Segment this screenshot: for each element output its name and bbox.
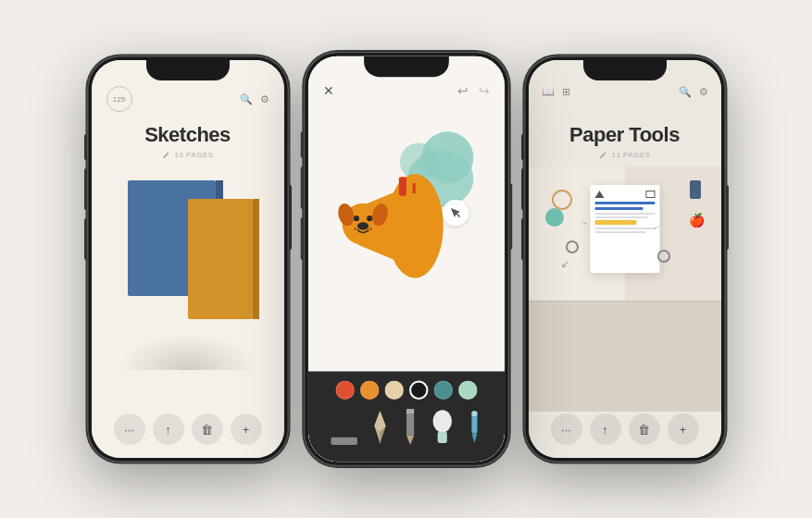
search-icon[interactable]: 🔍 — [679, 86, 692, 98]
svg-point-16 — [432, 410, 451, 432]
phone-2-notch — [364, 56, 449, 77]
color-black[interactable] — [409, 381, 428, 400]
color-red[interactable] — [335, 381, 354, 400]
svg-marker-19 — [471, 434, 477, 443]
color-cream[interactable] — [384, 381, 403, 400]
chalk-tool[interactable] — [331, 438, 357, 445]
add-button[interactable]: + — [231, 413, 262, 445]
books-shadow — [119, 333, 257, 370]
share-button-3[interactable]: ↑ — [590, 413, 621, 445]
doc-line-5 — [594, 228, 655, 229]
doc-yellow-bar — [594, 220, 637, 225]
delete-button-3[interactable]: 🗑 — [629, 413, 660, 445]
pt-document — [590, 185, 659, 273]
phone-3: 📖 ⊞ 🔍 ⚙ Paper Tools 11 PAGES — [524, 56, 726, 462]
floor — [529, 301, 721, 412]
share-icon: ↑ — [165, 423, 171, 437]
plus-icon: + — [243, 423, 250, 437]
pt-illustration: 🍎 → ← ↙ — [529, 166, 721, 412]
redo-icon[interactable]: ↪ — [478, 82, 489, 97]
phone-2-top-bar: ✕ ↩ ↪ — [307, 82, 504, 97]
doc-header-shapes — [594, 191, 655, 198]
marker-tool[interactable] — [467, 409, 481, 445]
page-count: 11 PAGES — [611, 151, 650, 159]
phone-3-header: 📖 ⊞ 🔍 ⚙ — [529, 86, 721, 98]
svg-rect-1 — [398, 177, 406, 195]
bottom-toolbar: ··· ↑ 🗑 + — [92, 413, 284, 445]
phone-1-header: 125 🔍 ⚙ — [92, 86, 284, 112]
phone-1-notch — [146, 60, 230, 80]
circle-deco-2 — [566, 240, 579, 253]
sliders-icon[interactable]: ⚙ — [699, 86, 708, 98]
screen-title: Sketches — [92, 123, 284, 147]
doc-line-6 — [594, 231, 645, 233]
doc-line-3 — [594, 213, 655, 215]
more-icon-3: ··· — [561, 423, 571, 437]
filter-icon[interactable]: ⚙ — [260, 93, 269, 105]
eraser-icon — [431, 407, 453, 445]
share-icon-3: ↑ — [602, 423, 608, 437]
megaphone-illustration — [325, 151, 457, 302]
tool-icons-row — [316, 407, 497, 445]
subtitle-row: 11 PAGES — [529, 150, 721, 159]
color-teal[interactable] — [433, 381, 452, 400]
pencil-icon — [161, 150, 170, 159]
trash-icon-3: 🗑 — [638, 423, 650, 437]
more-icon: ··· — [124, 423, 134, 437]
phone-3-title-area: Paper Tools 11 PAGES — [529, 123, 721, 159]
phones-container: 125 🔍 ⚙ Sketches 10 PAGES — [69, 37, 744, 481]
doc-line-4 — [594, 216, 649, 218]
notification-badge[interactable]: 125 — [106, 86, 132, 112]
screen-title: Paper Tools — [529, 123, 721, 147]
more-button[interactable]: ··· — [114, 413, 145, 445]
color-orange[interactable] — [360, 381, 379, 400]
arrow-3: ↙ — [561, 259, 568, 269]
delete-button[interactable]: 🗑 — [192, 413, 223, 445]
phone-1: 125 🔍 ⚙ Sketches 10 PAGES — [87, 56, 289, 462]
phone-3-screen: 📖 ⊞ 🔍 ⚙ Paper Tools 11 PAGES — [529, 60, 721, 458]
phone-3-left-icons: 📖 ⊞ — [542, 86, 570, 98]
teal-circle-obj — [545, 208, 564, 227]
page-count: 10 PAGES — [174, 151, 213, 159]
circle-deco-1 — [552, 190, 572, 210]
phone-1-screen: 125 🔍 ⚙ Sketches 10 PAGES — [92, 60, 284, 458]
phone-2-screen: ✕ ↩ ↪ — [307, 56, 504, 462]
book-icon[interactable]: 📖 — [542, 86, 555, 98]
trash-icon: 🗑 — [201, 423, 213, 437]
books-illustration — [119, 171, 257, 375]
screen-subtitle: 10 PAGES — [92, 150, 284, 159]
add-button-3[interactable]: + — [668, 413, 699, 445]
color-mint[interactable] — [458, 381, 477, 400]
share-button[interactable]: ↑ — [153, 413, 184, 445]
rect-shape — [645, 191, 655, 198]
plus-icon-3: + — [680, 423, 687, 437]
screen-title-area: Sketches 10 PAGES — [92, 123, 284, 159]
marker-icon — [467, 409, 481, 445]
svg-marker-14 — [406, 436, 414, 445]
svg-rect-17 — [437, 432, 446, 443]
canvas-area[interactable] — [307, 104, 504, 311]
cursor-tool — [442, 200, 468, 227]
svg-rect-15 — [406, 409, 414, 413]
book-yellow — [188, 199, 253, 319]
pencil-icon-tool — [402, 407, 417, 445]
triangle-shape — [594, 191, 604, 198]
pen-nib-icon — [370, 409, 389, 445]
header-icons: 🔍 ⚙ — [240, 93, 269, 105]
grid-icon[interactable]: ⊞ — [562, 86, 570, 98]
eraser-tool[interactable] — [431, 407, 453, 445]
color-palette — [316, 381, 497, 400]
cursor-icon — [448, 206, 461, 219]
small-phone-object — [690, 180, 701, 199]
drawing-tools-panel — [307, 371, 504, 462]
pencil-tool[interactable] — [402, 407, 417, 445]
search-icon[interactable]: 🔍 — [240, 93, 253, 105]
circle-deco-3 — [657, 250, 670, 263]
apple-icon: 🍎 — [689, 213, 705, 228]
phone-3-notch — [583, 60, 667, 80]
more-button-3[interactable]: ··· — [551, 413, 582, 445]
phone-3-bottom-toolbar: ··· ↑ 🗑 + — [529, 413, 721, 445]
close-icon[interactable]: ✕ — [323, 82, 334, 97]
pen-tool[interactable] — [370, 409, 389, 445]
undo-icon[interactable]: ↩ — [457, 82, 468, 97]
